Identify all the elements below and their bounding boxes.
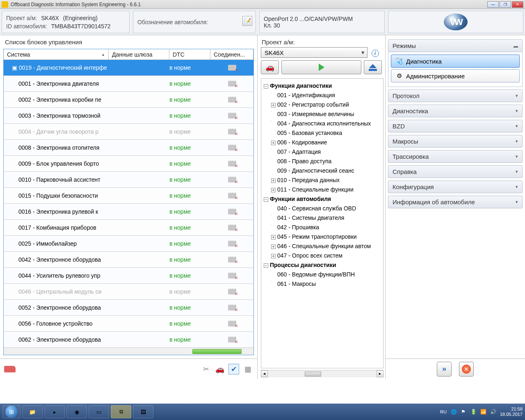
system-tray[interactable]: RU 🌐 ⚑ 🔋 📶 🔊 21:58 18.05.2017 [440,406,523,417]
taskbar-tc[interactable]: ▭ [89,405,109,418]
tree-toggle-icon[interactable]: − [264,84,268,89]
tree-item[interactable]: +047 - Опрос всех систем [271,251,381,260]
tree-toggle-icon[interactable]: + [271,178,276,183]
tree-item[interactable]: 009 - Диагностический сеанс [271,166,381,176]
tree-toggle-icon[interactable]: + [271,188,276,192]
tree-toggle-icon[interactable]: + [271,141,276,145]
tray-lang[interactable]: RU [440,409,447,414]
tool-check-icon[interactable]: ✔ [228,364,239,374]
taskbar-explorer[interactable]: 📁 [22,405,43,418]
taskbar-images[interactable]: 🖼 [133,405,153,418]
accordion-section[interactable]: Справка▾ [388,165,523,178]
col-dtc[interactable]: DTC [169,49,210,59]
taskbar-odis[interactable]: ⧉ [111,405,131,418]
tree-item[interactable]: +046 - Специальные функции автом [271,242,381,251]
tree-toggle-icon[interactable]: + [271,244,276,249]
table-row[interactable]: 0015 - Подушки безопасностив норме [4,188,253,204]
info-icon[interactable]: i [372,50,379,57]
tree-item[interactable]: +002 - Регистратор событий [271,100,381,110]
tray-volume-icon[interactable]: 🔊 [490,409,496,415]
tree-item[interactable]: 007 - Адаптация [271,147,381,157]
accordion-section[interactable]: Диагностика▾ [388,105,523,117]
scroll-right-icon[interactable]: ► [377,370,383,377]
tree-item[interactable]: +006 - Кодирование [271,138,381,147]
tree-toggle-icon[interactable]: + [271,235,276,240]
col-gateway[interactable]: Данные шлюза [109,49,169,59]
table-row[interactable]: 0046 - Центральный модуль сив норме [4,284,253,300]
table-row[interactable]: 0001 - Электроника двигателяв норме [4,76,253,92]
accordion-section[interactable]: Протокол▾ [388,89,523,102]
table-row[interactable]: 0002 - Электроника коробки пев норме [4,92,253,108]
table-row[interactable]: 0042 - Электронное оборудовав норме [4,252,253,268]
close-button[interactable]: ✕ [512,1,523,8]
table-row[interactable]: 0017 - Комбинация приборовв норме [4,220,253,236]
function-tree[interactable]: −Функция диагностики001 - Идентификация+… [261,78,383,368]
taskbar[interactable]: ⊞ 📁 ▸ ◉ ▭ ⧉ 🖼 RU 🌐 ⚑ 🔋 📶 🔊 21:58 18.05.2… [0,404,525,420]
tree-item[interactable]: 042 - Прошивка [271,223,381,232]
accordion-section[interactable]: Трассировка▾ [388,150,523,163]
tree-toggle-icon[interactable]: + [271,103,276,107]
table-row[interactable]: 0062 - Электронное оборудовав норме [4,332,253,347]
tree-hscrollbar[interactable]: ◄ ► [261,370,383,377]
accordion-section[interactable]: Информация об автомобиле▾ [388,196,523,208]
col-connection[interactable]: Соединен... [210,49,253,59]
eject-button[interactable] [364,60,382,74]
accordion-section[interactable]: Макросы▾ [388,135,523,148]
tool-cut-icon[interactable]: ✂ [201,364,211,374]
table-row[interactable]: 0025 - Иммобилайзерв норме [4,236,253,252]
ecu-hscrollbar[interactable] [4,347,253,355]
table-row[interactable]: 0008 - Электроника отопителяв норме [4,140,253,156]
tree-item[interactable]: 061 - Макросы [271,279,381,289]
tool-car-icon[interactable]: 🚗 [215,364,225,374]
table-row[interactable]: 0009 - Блок управления бортов норме [4,156,253,172]
select-vehicle-button[interactable]: 🚗 [261,60,279,74]
tray-network-icon[interactable]: 📶 [480,409,486,415]
tree-item[interactable]: 041 - Системы двигателя [271,213,381,223]
project-select[interactable]: SK46X [261,47,368,58]
modes-header[interactable]: Режимы▬ [388,39,523,52]
accordion-section[interactable]: Конфигурация▾ [388,180,523,193]
tray-flag-icon[interactable]: ⚑ [461,409,466,415]
stop-button[interactable]: ✕ [459,362,474,377]
tree-toggle-icon[interactable]: − [264,197,268,202]
car-icon[interactable] [4,366,16,372]
col-system[interactable]: Система▲ [4,49,109,59]
taskbar-media[interactable]: ▸ [44,405,65,418]
tray-clock[interactable]: 21:58 18.05.2017 [500,406,523,417]
start-button[interactable]: ⊞ [2,405,21,418]
ecu-table-body[interactable]: ▣ 0019 - Диагностический интерфев норме0… [4,60,253,347]
tree-item[interactable]: +011 - Специальные функции [271,185,381,194]
tree-item[interactable]: 008 - Право доступа [271,157,381,166]
table-row[interactable]: 0010 - Парковочный ассистентв норме [4,172,253,188]
table-row[interactable]: 0056 - Головное устройствов норме [4,316,253,332]
minimize-button[interactable]: — [487,1,499,8]
scroll-thumb[interactable] [305,372,321,377]
tree-toggle-icon[interactable]: − [264,263,268,268]
edit-vehicle-button[interactable]: 📝 [242,16,252,26]
mode-admin-button[interactable]: ⚙ Администрирование [391,69,520,82]
tree-item[interactable]: +010 - Передача данных [271,176,381,185]
mode-diagnostics-button[interactable]: 🩺 Диагностика [391,55,520,68]
table-row[interactable]: 0004 - Датчик угла поворота рв норме [4,124,253,140]
tray-battery-icon[interactable]: 🔋 [470,409,476,415]
tree-item[interactable]: 060 - Ведомые функции/ВПН [271,270,381,279]
table-row[interactable]: ▣ 0019 - Диагностический интерфев норме [4,60,253,76]
maximize-button[interactable]: ❐ [500,1,511,8]
tray-globe-icon[interactable]: 🌐 [451,409,457,415]
table-row[interactable]: 0003 - Электроника тормознойв норме [4,108,253,124]
forward-button[interactable]: » [437,362,452,377]
table-row[interactable]: 0044 - Усилитель рулевого упрв норме [4,268,253,284]
start-button[interactable] [281,60,361,74]
tree-item[interactable]: 004 - Диагностика исполнительных [271,119,381,128]
scroll-left-icon[interactable]: ◄ [261,370,268,377]
taskbar-chrome[interactable]: ◉ [66,405,87,418]
scroll-thumb[interactable] [192,349,242,354]
tree-item[interactable]: 040 - Сервисная служба OBD [271,204,381,213]
tree-toggle-icon[interactable]: + [271,254,276,258]
accordion-section[interactable]: BZD▾ [388,120,523,132]
tree-item[interactable]: 003 - Измеряемые величины [271,110,381,119]
table-row[interactable]: 0052 - Электронное оборудовав норме [4,300,253,316]
tool-grid-icon[interactable]: ▦ [242,364,253,374]
tree-item[interactable]: 001 - Идентификация [271,91,381,100]
tree-item[interactable]: +045 - Режим транспортировки [271,232,381,242]
